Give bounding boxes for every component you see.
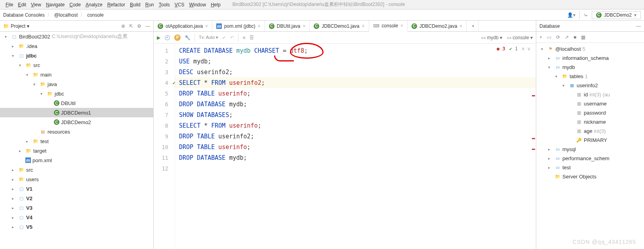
db-context[interactable]: ▭ mydb ▾ — [481, 35, 502, 40]
tree-item[interactable]: ▾📁main — [0, 70, 153, 79]
run-config-select[interactable]: C JDBCDemo2 ▾ — [592, 11, 641, 19]
menu-help[interactable]: Help — [208, 1, 223, 8]
code-line[interactable]: SHOW DATABASES; — [175, 109, 536, 120]
tree-item[interactable]: ▸▢V1 — [0, 184, 153, 193]
db-tree-item[interactable]: ▥username — [536, 99, 644, 108]
editor-tab[interactable]: ⌨console× — [369, 21, 408, 32]
code-line[interactable] — [175, 163, 536, 174]
code-line[interactable]: DROP TABLE userinfo; — [175, 88, 536, 99]
collapse-icon[interactable]: ⇱ — [129, 23, 133, 29]
tree-item[interactable]: ▾📁src — [0, 60, 153, 70]
close-icon[interactable]: × — [459, 23, 462, 29]
code-line[interactable]: DROP TABLE userinfo2; — [175, 131, 536, 142]
db-tree-item[interactable]: ▾▦userinfo2 — [536, 81, 644, 90]
code-line[interactable]: DESC userinfo2; — [175, 67, 536, 77]
build-icon[interactable]: ⤿ — [584, 12, 588, 18]
run-icon[interactable]: ▶ — [157, 35, 160, 40]
tree-item[interactable]: ▾📁java — [0, 79, 153, 89]
tree-item[interactable]: ▸📁.idea — [0, 41, 153, 51]
tree-item[interactable]: ▸▢V5 — [0, 222, 153, 232]
breadcrumb-item[interactable]: @localhost — [54, 12, 78, 18]
db-tree-item[interactable]: ▾📁tables 1 — [536, 72, 644, 81]
console-context[interactable]: ▭ console ▾ — [507, 35, 533, 40]
menu-navigate[interactable]: Navigate — [44, 1, 67, 8]
code-editor[interactable]: 123456789101112 ● 3 ✔ 1 ʌ v CREATE DATAB… — [154, 44, 536, 249]
commit-icon[interactable]: ✔ — [222, 35, 226, 40]
tree-item[interactable]: CJDBCDemo1 — [0, 108, 153, 117]
ds-props-icon[interactable]: ▭ — [547, 34, 551, 40]
menu-tools[interactable]: Tools — [156, 1, 172, 8]
hide-icon[interactable]: — — [145, 23, 150, 29]
editor-tab[interactable]: CJDBCDemo2.java× — [408, 21, 467, 31]
close-icon[interactable]: × — [258, 23, 261, 29]
breadcrumb-item[interactable]: console — [87, 12, 103, 18]
db-tree-item[interactable]: ▥password — [536, 108, 644, 117]
filter-icon[interactable]: ▦ — [581, 34, 585, 40]
menu-file[interactable]: File — [3, 1, 15, 8]
editor-tab[interactable]: mpom.xml (jdbc)× — [212, 21, 265, 31]
menu-analyze[interactable]: Analyze — [83, 1, 105, 8]
db-tree-item[interactable]: ▥age int(3) — [536, 126, 644, 136]
db-tree-item[interactable]: ▸▭test — [536, 163, 644, 172]
menu-vcs[interactable]: VCS — [172, 1, 187, 8]
menu-edit[interactable]: Edit — [15, 1, 29, 8]
tree-item[interactable]: ▤resources — [0, 127, 153, 136]
tree-item[interactable]: CDBUtil — [0, 98, 153, 108]
hide-icon[interactable]: — — [636, 23, 641, 29]
db-tree-item[interactable]: ▸▭mysql — [536, 145, 644, 154]
tree-item[interactable]: ▸📁users — [0, 174, 153, 184]
locate-icon[interactable]: ⊕ — [121, 23, 125, 29]
tree-item[interactable]: ▾📁jdbc — [0, 89, 153, 98]
tree-item[interactable]: ▸📁src — [0, 165, 153, 174]
code-line[interactable]: DROP TABLE userinfo; — [175, 142, 536, 152]
code-line[interactable]: SELECT * FROM userinfo; — [175, 120, 536, 131]
tree-item[interactable]: ▸📁test — [0, 136, 153, 146]
editor-tab[interactable]: CotApplication.java× — [154, 21, 212, 31]
menu-build[interactable]: Build — [128, 1, 143, 8]
tx-mode[interactable]: Tx: Auto ▾ — [199, 35, 218, 40]
tree-item[interactable]: ▸▢V2 — [0, 193, 153, 203]
add-icon[interactable]: + — [539, 34, 542, 40]
db-tree-item[interactable]: ▾▭mydb — [536, 63, 644, 72]
tree-item[interactable]: mpom.xml — [0, 155, 153, 165]
tree-item[interactable]: ▾▢jdbc — [0, 51, 153, 60]
db-tree-item[interactable]: ▥nickname — [536, 117, 644, 126]
db-tree-item[interactable]: ▸▭performance_schem — [536, 154, 644, 163]
tree-item[interactable]: CJDBCDemo2 — [0, 117, 153, 127]
tab-overflow[interactable]: ▾ — [467, 21, 478, 31]
stop-icon[interactable]: ■ — [242, 35, 245, 40]
tree-item[interactable]: ▸▢V4 — [0, 213, 153, 222]
history-icon[interactable]: 🕘 — [164, 35, 170, 40]
code-line[interactable]: CREATE DATABASE mydb CHARSET = utf8; — [175, 45, 536, 56]
menu-run[interactable]: Run — [143, 1, 156, 8]
code-line[interactable]: DROP DATABASE mydb; — [175, 152, 536, 163]
menu-refactor[interactable]: Refactor — [105, 1, 128, 8]
user-icon[interactable]: 👤▾ — [567, 12, 575, 18]
error-indicator[interactable]: ● 3 — [497, 46, 505, 52]
project-tree[interactable]: ▾▢BirdBoot2302 C:\Users\zjr\Desktop\dane… — [0, 32, 153, 249]
tree-item[interactable]: ▾▢BirdBoot2302 C:\Users\zjr\Desktop\dane… — [0, 32, 153, 41]
editor-tab[interactable]: CDBUtil.java× — [265, 21, 310, 31]
breadcrumb-item[interactable]: Database Consoles — [3, 12, 45, 18]
code-line[interactable]: USE mydb; — [175, 56, 536, 67]
editor-tab[interactable]: CJDBCDemo1.java× — [310, 21, 369, 31]
error-stripe[interactable] — [531, 44, 536, 249]
close-icon[interactable]: × — [303, 23, 305, 29]
close-icon[interactable]: × — [205, 23, 208, 29]
db-tree-item[interactable]: ▾⚑@localhost 5 — [536, 44, 644, 54]
menu-view[interactable]: View — [29, 1, 44, 8]
explain-icon[interactable]: P — [174, 34, 181, 41]
layout-icon[interactable]: ☰ — [250, 35, 254, 40]
jump-icon[interactable]: ↗ — [565, 34, 569, 40]
refresh-icon[interactable]: ⟳ — [556, 34, 560, 40]
stop-icon[interactable]: ■ — [574, 34, 576, 40]
close-icon[interactable]: × — [400, 23, 403, 29]
wrench-icon[interactable]: 🔧 — [185, 35, 191, 40]
db-tree-item[interactable]: ▥id int(3) (au — [536, 90, 644, 99]
menu-window[interactable]: Window — [187, 1, 208, 8]
settings-icon[interactable]: ⚙ — [137, 23, 141, 29]
close-icon[interactable]: × — [362, 23, 365, 29]
rollback-icon[interactable]: ↶ — [230, 35, 234, 40]
database-tree[interactable]: ▾⚑@localhost 5▸▭information_schema▾▭mydb… — [536, 43, 644, 249]
tree-item[interactable]: ▸📁target — [0, 146, 153, 155]
